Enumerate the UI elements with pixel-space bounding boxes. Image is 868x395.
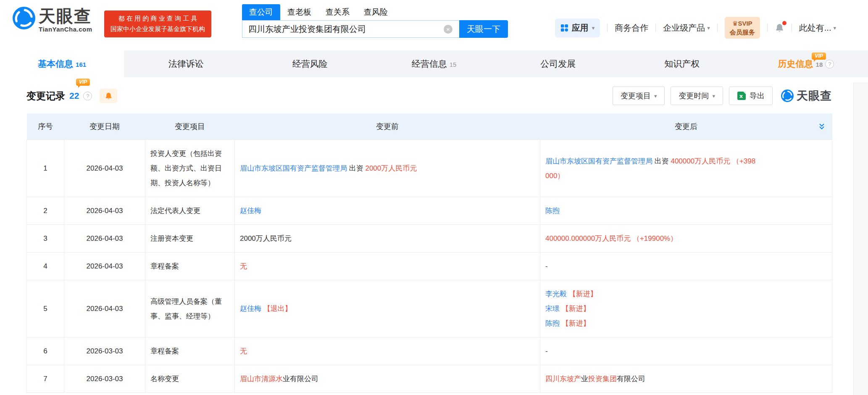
cell-before: 眉山市清源水业有限公司	[235, 365, 540, 393]
cell-seq: 5	[27, 280, 64, 337]
column-header-3: 变更前	[235, 113, 540, 140]
cell-before: 赵佳梅 【退出】	[235, 280, 540, 337]
notifications-bell[interactable]	[775, 23, 784, 33]
page-tab-5[interactable]: 知识产权	[620, 50, 744, 77]
tianyancha-logo[interactable]: 天眼查 TianYanCha.com	[13, 7, 92, 33]
nav-business-cooperation[interactable]: 商务合作	[615, 22, 648, 34]
entity-link[interactable]: 赵佳梅	[240, 207, 261, 215]
changed-value: 400000.000000万人民币元 （+19900%）	[545, 234, 677, 242]
filter-change-time-button[interactable]: 变更时间 ▾	[671, 87, 723, 105]
table-row: 52026-04-03高级管理人员备案（董事、监事、经理等）赵佳梅 【退出】李光…	[27, 280, 832, 337]
cell-before: 无	[235, 337, 540, 365]
help-icon[interactable]: ?	[825, 60, 834, 68]
entity-link[interactable]: 李光毅	[545, 290, 567, 298]
entity-link[interactable]: 陈煦	[545, 319, 560, 327]
search-area: 查公司查老板查关系查风险 × 天眼一下	[242, 4, 508, 38]
search-input[interactable]	[242, 20, 459, 38]
cell-change-date: 2026-03-03	[64, 337, 145, 365]
entity-link[interactable]: 眉山市东坡区国有资产监督管理局	[545, 157, 652, 165]
bell-icon	[105, 92, 113, 100]
tab-count: 161	[76, 61, 86, 68]
chevron-down-icon: ▾	[712, 93, 715, 99]
changed-value: 投资集团	[588, 375, 617, 383]
changed-value: 【新进】	[562, 305, 590, 313]
cell-change-item: 高级管理人员备案（董事、监事、经理等）	[145, 280, 235, 337]
filter-change-item-button[interactable]: 变更项目 ▾	[613, 87, 665, 105]
page-tab-3[interactable]: 经营信息15	[372, 50, 496, 77]
cell-text: 2000万人民币元	[240, 234, 292, 242]
cell-after: 李光毅 【新进】宋璟 【新进】陈煦 【新进】	[540, 280, 832, 337]
cell-change-date: 2026-04-03	[64, 225, 145, 253]
entity-link[interactable]: 宋璟	[545, 305, 560, 313]
changed-value: 【新进】	[562, 319, 590, 327]
chevron-down-icon: ▾	[833, 25, 836, 31]
page-tab-6[interactable]: 历史信息18VIP?	[744, 50, 868, 77]
tianyancha-watermark: 天眼查	[781, 88, 832, 103]
cell-change-item: 注册资本变更	[145, 225, 235, 253]
cell-seq: 6	[27, 337, 64, 365]
collapse-double-chevron-icon[interactable]	[818, 123, 826, 130]
tab-label: 知识产权	[664, 58, 700, 70]
cell-change-date: 2026-04-03	[64, 140, 145, 197]
chevron-down-icon: ▾	[707, 25, 710, 31]
search-tabs: 查公司查老板查关系查风险	[242, 4, 508, 20]
top-nav: 应用 ▾ 商务合作 企业级产品 ▾ ♛SVIP 会员服务	[555, 17, 836, 39]
section-title-block: VIP 变更记录 22 ?	[26, 89, 117, 103]
tianyancha-logo-icon	[13, 7, 35, 31]
page-tab-2[interactable]: 经营风险	[248, 50, 372, 77]
column-header-1: 变更日期	[64, 113, 145, 140]
crown-icon: ♛	[732, 20, 738, 27]
nav-enterprise-products[interactable]: 企业级产品 ▾	[663, 22, 710, 34]
chevron-down-icon: ▾	[592, 25, 595, 31]
column-header-4: 变更后	[540, 113, 832, 140]
apps-menu[interactable]: 应用 ▾	[555, 18, 600, 37]
changed-value: 【新进】	[569, 290, 597, 298]
cell-before: 无	[235, 253, 540, 280]
changed-value: 2000万人民币元	[365, 164, 417, 172]
cell-after: 陈煦	[540, 197, 832, 225]
page-tab-4[interactable]: 公司发展	[496, 50, 620, 77]
cell-text: 有限公司	[617, 375, 645, 383]
brand-domain: TianYanCha.com	[39, 26, 92, 33]
cell-after: -	[540, 337, 832, 365]
monitor-bell-button[interactable]	[100, 89, 117, 103]
tab-count: 18	[816, 61, 823, 68]
cell-change-item: 名称变更	[145, 365, 235, 393]
search-button[interactable]: 天眼一下	[459, 20, 508, 38]
search-tab-3[interactable]: 查风险	[357, 4, 395, 20]
account-menu[interactable]: 此处有... ▾	[799, 22, 836, 34]
search-tab-1[interactable]: 查老板	[280, 4, 318, 20]
vip-badge: VIP	[812, 53, 826, 60]
cell-seq: 2	[27, 197, 64, 225]
cell-change-date: 2026-03-03	[64, 365, 145, 393]
page-tab-1[interactable]: 法律诉讼	[124, 50, 248, 77]
entity-link[interactable]: 眉山市东坡区国有资产监督管理局	[240, 164, 347, 172]
tianyancha-logo-icon	[781, 90, 794, 102]
export-button[interactable]: x 导出	[729, 87, 773, 105]
entity-link[interactable]: 陈煦	[545, 207, 560, 215]
tianyancha-page: 天眼查 TianYanCha.com 都 在 用 的 商 业 查 询 工 具 国…	[0, 0, 868, 395]
apps-label: 应用	[572, 22, 589, 34]
page-tabs: 基本信息161法律诉讼经营风险经营信息15公司发展知识产权历史信息18VIP?	[0, 50, 868, 77]
cell-change-date: 2026-04-03	[64, 197, 145, 225]
page-tab-0[interactable]: 基本信息161	[0, 50, 124, 77]
search-tab-2[interactable]: 查关系	[318, 4, 357, 20]
cell-text: -	[545, 262, 548, 270]
chevron-down-icon: ▾	[654, 93, 657, 99]
cell-seq: 4	[27, 253, 64, 280]
divider	[767, 24, 768, 32]
svip-membership-badge[interactable]: ♛SVIP 会员服务	[725, 17, 760, 39]
brand-name: 天眼查	[39, 7, 92, 25]
cell-change-item: 法定代表人变更	[145, 197, 235, 225]
clear-search-icon[interactable]: ×	[444, 25, 452, 34]
cell-change-item: 章程备案	[145, 253, 235, 280]
cell-seq: 1	[27, 140, 64, 197]
cell-text: 业	[581, 375, 588, 383]
help-icon[interactable]: ?	[83, 92, 92, 100]
right-rail	[853, 82, 868, 395]
column-header-2: 变更项目	[145, 113, 235, 140]
entity-link[interactable]: 赵佳梅	[240, 305, 261, 313]
cell-change-item: 投资人变更（包括出资额、出资方式、出资日期、投资人名称等）	[145, 140, 235, 197]
cell-after: 400000.000000万人民币元 （+19900%）	[540, 225, 832, 253]
search-tab-0[interactable]: 查公司	[242, 4, 280, 20]
